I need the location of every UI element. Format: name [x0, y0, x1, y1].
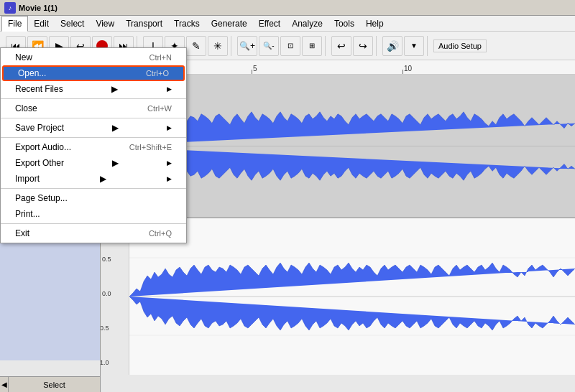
menu-transport[interactable]: Transport	[120, 16, 168, 32]
zoom-out-button[interactable]: 🔍-	[259, 36, 279, 56]
status-arrow[interactable]: ◀	[0, 377, 9, 393]
zoom-full-button[interactable]: ⊞	[302, 36, 322, 56]
menu-effect[interactable]: Effect	[253, 16, 286, 32]
tick-10	[402, 70, 403, 74]
zoom-in-button[interactable]: 🔍+	[237, 36, 257, 56]
audio-setup-label[interactable]: Audio Setup	[433, 39, 487, 52]
menu-edit[interactable]: Edit	[28, 16, 55, 32]
menu-analyze[interactable]: Analyze	[286, 16, 328, 32]
menu-export-other[interactable]: Export Other ▶	[1, 155, 186, 171]
menu-print[interactable]: Print...	[1, 206, 186, 222]
separator-2	[1, 118, 186, 118]
waveform-svg-2	[129, 218, 575, 375]
zoom-tool[interactable]: ✳	[208, 36, 228, 56]
menu-close[interactable]: Close Ctrl+W	[1, 101, 186, 116]
menu-export-audio[interactable]: Export Audio... Ctrl+Shift+E	[1, 139, 186, 155]
zoom-fit-button[interactable]: ⊡	[280, 36, 300, 56]
file-dropdown: New Ctrl+N Open... Ctrl+O Recent Files ▶…	[0, 47, 187, 243]
scale-0-0: 0.0	[102, 290, 111, 297]
menu-save-project[interactable]: Save Project ▶	[1, 120, 186, 136]
redo-button[interactable]: ↪	[353, 36, 373, 56]
menu-new[interactable]: New Ctrl+N	[1, 50, 186, 65]
waveform-2-container	[129, 218, 575, 375]
zoom-group: 🔍+ 🔍- ⊡ ⊞	[234, 36, 326, 56]
scale-neg-0-5: -0.5	[101, 325, 109, 332]
undo-button[interactable]: ↩	[331, 36, 351, 56]
title-text: Movie 1(1)	[19, 4, 58, 12]
status-select-label[interactable]: Select	[9, 381, 100, 389]
menu-import[interactable]: Import ▶	[1, 171, 186, 187]
menu-view[interactable]: View	[90, 16, 120, 32]
menu-open[interactable]: Open... Ctrl+O	[2, 65, 185, 81]
scale-neg-1-0: -1.0	[101, 359, 109, 366]
menu-exit[interactable]: Exit Ctrl+Q	[1, 225, 186, 241]
title-bar: ♪ Movie 1(1)	[0, 0, 575, 16]
menu-tools[interactable]: Tools	[328, 16, 360, 32]
draw-tool[interactable]: ✎	[186, 36, 206, 56]
separator-1	[1, 98, 186, 99]
volume-dropdown[interactable]: ▼	[404, 36, 424, 56]
mark-5: 5	[253, 65, 257, 73]
status-bar: ◀ Select	[0, 376, 101, 392]
menu-help[interactable]: Help	[360, 16, 390, 32]
undo-group: ↩ ↪	[328, 36, 377, 56]
separator-4	[1, 188, 186, 189]
volume-icon: 🔊	[382, 36, 402, 56]
menu-recent-files[interactable]: Recent Files ▶	[1, 81, 186, 97]
menu-select[interactable]: Select	[55, 16, 90, 32]
menu-generate[interactable]: Generate	[206, 16, 253, 32]
tick-5	[252, 70, 252, 74]
mark-10: 10	[404, 65, 412, 73]
app-icon: ♪	[4, 2, 16, 14]
menu-bar: File Edit Select View Transport Tracks G…	[0, 16, 575, 32]
menu-page-setup[interactable]: Page Setup...	[1, 190, 186, 206]
file-menu: New Ctrl+N Open... Ctrl+O Recent Files ▶…	[0, 47, 187, 243]
separator-5	[1, 223, 186, 224]
volume-group: 🔊 ▼	[380, 36, 428, 56]
separator-3	[1, 137, 186, 138]
scale-0-5: 0.5	[102, 256, 111, 263]
audio-setup-group: Audio Setup	[431, 39, 489, 52]
menu-file[interactable]: File	[1, 16, 28, 32]
menu-tracks[interactable]: Tracks	[168, 16, 206, 32]
